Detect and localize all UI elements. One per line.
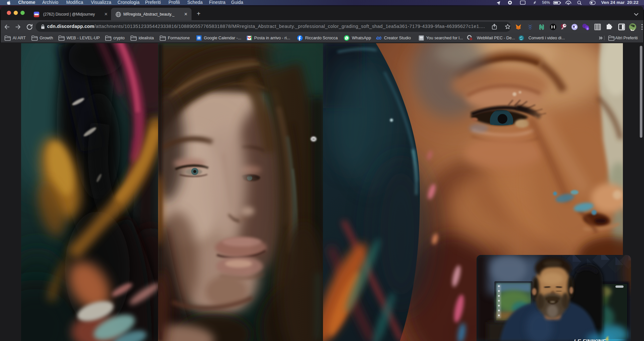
svg-text:LE FINIKINE: LE FINIKINE [574,338,606,341]
svg-text:31: 31 [197,37,201,40]
svg-text:5: 5 [587,27,588,30]
